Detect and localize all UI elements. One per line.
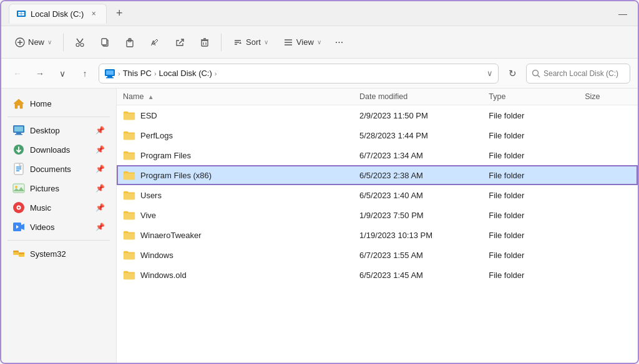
sidebar-item-desktop[interactable]: Desktop 📌 (4, 121, 114, 140)
table-row[interactable]: ESD 2/9/2023 11:50 PMFile folder (117, 105, 638, 126)
documents-icon (12, 163, 25, 175)
desktop-pin: 📌 (95, 126, 105, 135)
videos-icon (12, 221, 25, 233)
table-row[interactable]: WinaeroTweaker 1/19/2023 10:13 PMFile fo… (117, 225, 638, 245)
videos-label: Videos (30, 223, 55, 232)
documents-pin: 📌 (95, 165, 105, 173)
new-button[interactable]: New ∨ (9, 34, 58, 51)
sidebar-item-music[interactable]: Music 📌 (4, 198, 114, 217)
toolbar-sep-1 (63, 34, 64, 51)
desktop-icon (12, 124, 25, 136)
view-button[interactable]: View ∨ (277, 34, 328, 51)
new-tab-button[interactable]: + (112, 6, 127, 21)
copy-button[interactable] (94, 34, 116, 51)
sidebar-item-home[interactable]: Home (4, 94, 114, 113)
address-path[interactable]: › This PC › Local Disk (C:) › ∨ (99, 64, 499, 84)
sidebar-item-documents[interactable]: Documents 📌 (4, 160, 114, 178)
file-name-cell: PerfLogs (117, 125, 353, 145)
file-name-cell: Windows.old (117, 265, 353, 285)
address-bar: ← → ∨ ↑ › This PC › Local Disk (C:) › ∨ … (1, 59, 638, 89)
toolbar: New ∨ A (1, 26, 638, 59)
path-local-disk[interactable]: Local Disk (C:) (159, 69, 212, 78)
table-row[interactable]: Windows 6/7/2023 1:55 AMFile folder (117, 245, 638, 265)
delete-button[interactable] (193, 34, 216, 51)
search-input[interactable] (544, 69, 625, 78)
sort-button[interactable]: Sort ∨ (227, 34, 275, 51)
new-caret: ∨ (47, 39, 52, 46)
svg-rect-28 (107, 76, 112, 77)
svg-point-45 (18, 207, 20, 209)
main-content: Home Desktop 📌 (1, 89, 638, 364)
active-tab: Local Disk (C:) × (9, 4, 107, 24)
view-icon (283, 37, 293, 47)
file-name-cell: Users (117, 185, 353, 205)
col-size[interactable]: Size (578, 89, 638, 105)
search-box[interactable] (526, 64, 630, 84)
svg-rect-48 (13, 251, 19, 252)
folder-icon (123, 249, 135, 261)
svg-point-7 (76, 43, 79, 46)
file-size-cell (578, 145, 638, 165)
file-date-cell: 1/19/2023 10:13 PM (353, 225, 482, 245)
delete-icon (200, 37, 210, 47)
file-size-cell (578, 225, 638, 245)
file-name-cell: Vive (117, 205, 353, 225)
system32-icon (12, 247, 25, 260)
back-button[interactable]: ← (9, 65, 26, 82)
minimize-button[interactable]: — (615, 6, 630, 21)
file-date-cell: 5/28/2023 1:44 PM (353, 125, 482, 145)
expand-button[interactable]: ∨ (54, 65, 71, 82)
share-icon (175, 37, 185, 47)
sidebar-divider-1 (7, 117, 110, 117)
sort-caret: ∨ (264, 39, 268, 46)
cut-button[interactable] (69, 34, 91, 51)
svg-rect-29 (106, 77, 114, 79)
search-icon (532, 69, 540, 78)
svg-rect-50 (19, 252, 24, 254)
rename-button[interactable]: A (144, 34, 166, 51)
file-date-cell: 1/9/2023 7:50 PM (353, 205, 482, 225)
path-pc-icon (104, 68, 115, 79)
file-name-cell: Program Files (117, 145, 353, 165)
file-type-cell: File folder (482, 225, 578, 245)
refresh-button[interactable]: ↻ (504, 65, 521, 82)
sidebar-item-videos[interactable]: Videos 📌 (4, 218, 114, 236)
forward-button[interactable]: → (31, 65, 49, 82)
share-button[interactable] (168, 34, 191, 51)
sidebar-divider-2 (7, 240, 110, 241)
table-row[interactable]: Users 6/5/2023 1:40 AMFile folder (117, 185, 638, 205)
col-type[interactable]: Type (482, 89, 578, 105)
up-button[interactable]: ↑ (76, 65, 94, 82)
path-dropdown-btn[interactable]: ∨ (487, 69, 493, 78)
col-date[interactable]: Date modified (353, 89, 482, 105)
pictures-pin: 📌 (95, 184, 105, 193)
table-row[interactable]: Windows.old 6/5/2023 1:45 AMFile folder (117, 265, 638, 285)
copy-icon (100, 37, 110, 47)
cut-icon (75, 37, 85, 47)
sidebar-item-pictures[interactable]: Pictures 📌 (4, 179, 114, 198)
file-table: Name ▲ Date modified Type Size (117, 89, 638, 285)
folder-icon (123, 209, 135, 221)
music-pin: 📌 (95, 203, 105, 212)
videos-pin: 📌 (95, 223, 105, 231)
col-name[interactable]: Name ▲ (117, 89, 353, 105)
downloads-icon (12, 143, 25, 156)
table-row[interactable]: Program Files (x86) 6/5/2023 2:38 AMFile… (117, 165, 638, 185)
svg-rect-15 (202, 41, 208, 46)
title-bar: Local Disk (C:) × + — (1, 1, 638, 26)
sidebar-item-downloads[interactable]: Downloads 📌 (4, 140, 114, 159)
svg-rect-35 (15, 134, 22, 135)
table-row[interactable]: Vive 1/9/2023 7:50 PMFile folder (117, 205, 638, 225)
pictures-icon (12, 182, 25, 194)
toolbar-sep-2 (221, 34, 222, 51)
file-date-cell: 6/5/2023 2:38 AM (353, 165, 482, 185)
table-row[interactable]: Program Files 6/7/2023 1:34 AMFile folde… (117, 145, 638, 165)
svg-line-31 (538, 75, 540, 77)
path-this-pc[interactable]: This PC (123, 69, 152, 78)
svg-rect-10 (102, 39, 107, 45)
table-row[interactable]: PerfLogs 5/28/2023 1:44 PMFile folder (117, 125, 638, 145)
more-options-button[interactable]: ··· (330, 33, 348, 52)
sidebar-item-system32[interactable]: System32 (4, 244, 114, 263)
tab-close-button[interactable]: × (87, 7, 100, 20)
paste-button[interactable] (119, 34, 141, 51)
